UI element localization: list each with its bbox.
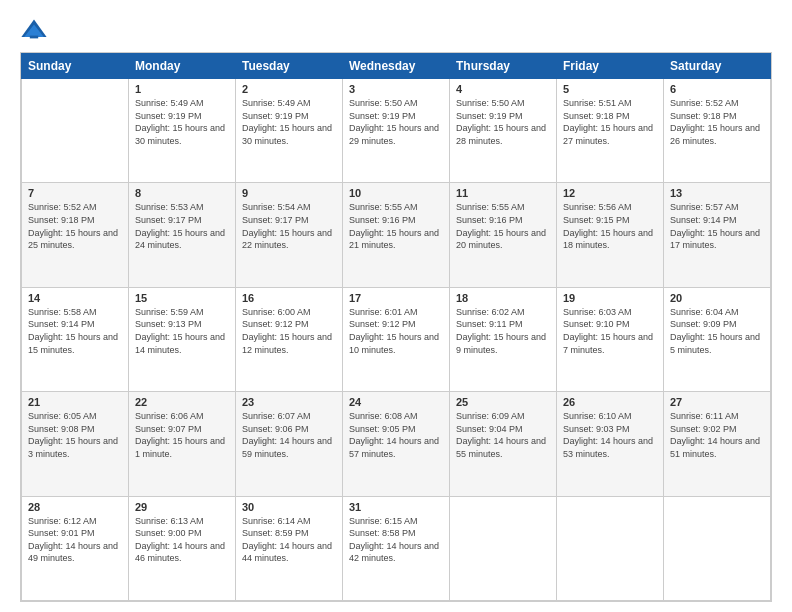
table-cell: 14Sunrise: 5:58 AMSunset: 9:14 PMDayligh… [22, 287, 129, 391]
table-cell: 23Sunrise: 6:07 AMSunset: 9:06 PMDayligh… [236, 392, 343, 496]
day-number: 12 [563, 187, 657, 199]
table-cell: 24Sunrise: 6:08 AMSunset: 9:05 PMDayligh… [343, 392, 450, 496]
cell-info: Sunrise: 5:52 AMSunset: 9:18 PMDaylight:… [28, 201, 122, 251]
table-cell: 9Sunrise: 5:54 AMSunset: 9:17 PMDaylight… [236, 183, 343, 287]
logo-icon [20, 16, 48, 44]
day-number: 13 [670, 187, 764, 199]
table-cell: 5Sunrise: 5:51 AMSunset: 9:18 PMDaylight… [557, 79, 664, 183]
cell-info: Sunrise: 6:01 AMSunset: 9:12 PMDaylight:… [349, 306, 443, 356]
cell-info: Sunrise: 5:55 AMSunset: 9:16 PMDaylight:… [456, 201, 550, 251]
day-number: 8 [135, 187, 229, 199]
cell-info: Sunrise: 6:06 AMSunset: 9:07 PMDaylight:… [135, 410, 229, 460]
svg-rect-2 [30, 36, 38, 39]
day-number: 31 [349, 501, 443, 513]
cell-info: Sunrise: 5:59 AMSunset: 9:13 PMDaylight:… [135, 306, 229, 356]
table-cell [22, 79, 129, 183]
table-cell [664, 496, 771, 600]
cell-info: Sunrise: 6:05 AMSunset: 9:08 PMDaylight:… [28, 410, 122, 460]
table-cell: 15Sunrise: 5:59 AMSunset: 9:13 PMDayligh… [129, 287, 236, 391]
calendar-table: SundayMondayTuesdayWednesdayThursdayFrid… [21, 53, 771, 601]
day-number: 16 [242, 292, 336, 304]
day-number: 3 [349, 83, 443, 95]
table-cell: 2Sunrise: 5:49 AMSunset: 9:19 PMDaylight… [236, 79, 343, 183]
day-number: 25 [456, 396, 550, 408]
cell-info: Sunrise: 6:15 AMSunset: 8:58 PMDaylight:… [349, 515, 443, 565]
day-number: 9 [242, 187, 336, 199]
calendar-body: 1Sunrise: 5:49 AMSunset: 9:19 PMDaylight… [22, 79, 771, 601]
day-number: 15 [135, 292, 229, 304]
header-monday: Monday [129, 54, 236, 79]
table-cell: 4Sunrise: 5:50 AMSunset: 9:19 PMDaylight… [450, 79, 557, 183]
table-cell: 28Sunrise: 6:12 AMSunset: 9:01 PMDayligh… [22, 496, 129, 600]
header-sunday: Sunday [22, 54, 129, 79]
cell-info: Sunrise: 6:00 AMSunset: 9:12 PMDaylight:… [242, 306, 336, 356]
day-number: 24 [349, 396, 443, 408]
day-number: 30 [242, 501, 336, 513]
cell-info: Sunrise: 5:50 AMSunset: 9:19 PMDaylight:… [456, 97, 550, 147]
cell-info: Sunrise: 6:12 AMSunset: 9:01 PMDaylight:… [28, 515, 122, 565]
day-number: 18 [456, 292, 550, 304]
cell-info: Sunrise: 6:10 AMSunset: 9:03 PMDaylight:… [563, 410, 657, 460]
header-saturday: Saturday [664, 54, 771, 79]
cell-info: Sunrise: 6:04 AMSunset: 9:09 PMDaylight:… [670, 306, 764, 356]
calendar: SundayMondayTuesdayWednesdayThursdayFrid… [20, 52, 772, 602]
cell-info: Sunrise: 6:08 AMSunset: 9:05 PMDaylight:… [349, 410, 443, 460]
week-row-1: 1Sunrise: 5:49 AMSunset: 9:19 PMDaylight… [22, 79, 771, 183]
cell-info: Sunrise: 5:55 AMSunset: 9:16 PMDaylight:… [349, 201, 443, 251]
cell-info: Sunrise: 5:52 AMSunset: 9:18 PMDaylight:… [670, 97, 764, 147]
table-cell: 22Sunrise: 6:06 AMSunset: 9:07 PMDayligh… [129, 392, 236, 496]
day-number: 26 [563, 396, 657, 408]
cell-info: Sunrise: 5:51 AMSunset: 9:18 PMDaylight:… [563, 97, 657, 147]
header [20, 16, 772, 44]
day-number: 22 [135, 396, 229, 408]
cell-info: Sunrise: 6:13 AMSunset: 9:00 PMDaylight:… [135, 515, 229, 565]
table-cell: 19Sunrise: 6:03 AMSunset: 9:10 PMDayligh… [557, 287, 664, 391]
week-row-3: 14Sunrise: 5:58 AMSunset: 9:14 PMDayligh… [22, 287, 771, 391]
header-row: SundayMondayTuesdayWednesdayThursdayFrid… [22, 54, 771, 79]
logo [20, 16, 52, 44]
cell-info: Sunrise: 5:49 AMSunset: 9:19 PMDaylight:… [242, 97, 336, 147]
table-cell: 31Sunrise: 6:15 AMSunset: 8:58 PMDayligh… [343, 496, 450, 600]
table-cell: 20Sunrise: 6:04 AMSunset: 9:09 PMDayligh… [664, 287, 771, 391]
cell-info: Sunrise: 6:11 AMSunset: 9:02 PMDaylight:… [670, 410, 764, 460]
day-number: 20 [670, 292, 764, 304]
day-number: 23 [242, 396, 336, 408]
table-cell: 7Sunrise: 5:52 AMSunset: 9:18 PMDaylight… [22, 183, 129, 287]
cell-info: Sunrise: 6:07 AMSunset: 9:06 PMDaylight:… [242, 410, 336, 460]
cell-info: Sunrise: 5:50 AMSunset: 9:19 PMDaylight:… [349, 97, 443, 147]
table-cell: 29Sunrise: 6:13 AMSunset: 9:00 PMDayligh… [129, 496, 236, 600]
table-cell: 26Sunrise: 6:10 AMSunset: 9:03 PMDayligh… [557, 392, 664, 496]
table-cell: 13Sunrise: 5:57 AMSunset: 9:14 PMDayligh… [664, 183, 771, 287]
week-row-2: 7Sunrise: 5:52 AMSunset: 9:18 PMDaylight… [22, 183, 771, 287]
day-number: 19 [563, 292, 657, 304]
header-thursday: Thursday [450, 54, 557, 79]
table-cell: 11Sunrise: 5:55 AMSunset: 9:16 PMDayligh… [450, 183, 557, 287]
day-number: 4 [456, 83, 550, 95]
cell-info: Sunrise: 6:09 AMSunset: 9:04 PMDaylight:… [456, 410, 550, 460]
table-cell: 16Sunrise: 6:00 AMSunset: 9:12 PMDayligh… [236, 287, 343, 391]
table-cell: 6Sunrise: 5:52 AMSunset: 9:18 PMDaylight… [664, 79, 771, 183]
table-cell: 8Sunrise: 5:53 AMSunset: 9:17 PMDaylight… [129, 183, 236, 287]
table-cell: 18Sunrise: 6:02 AMSunset: 9:11 PMDayligh… [450, 287, 557, 391]
day-number: 27 [670, 396, 764, 408]
calendar-header: SundayMondayTuesdayWednesdayThursdayFrid… [22, 54, 771, 79]
week-row-4: 21Sunrise: 6:05 AMSunset: 9:08 PMDayligh… [22, 392, 771, 496]
day-number: 1 [135, 83, 229, 95]
cell-info: Sunrise: 5:49 AMSunset: 9:19 PMDaylight:… [135, 97, 229, 147]
cell-info: Sunrise: 5:54 AMSunset: 9:17 PMDaylight:… [242, 201, 336, 251]
day-number: 11 [456, 187, 550, 199]
table-cell: 1Sunrise: 5:49 AMSunset: 9:19 PMDaylight… [129, 79, 236, 183]
day-number: 6 [670, 83, 764, 95]
day-number: 28 [28, 501, 122, 513]
header-wednesday: Wednesday [343, 54, 450, 79]
table-cell [450, 496, 557, 600]
cell-info: Sunrise: 6:14 AMSunset: 8:59 PMDaylight:… [242, 515, 336, 565]
header-friday: Friday [557, 54, 664, 79]
header-tuesday: Tuesday [236, 54, 343, 79]
table-cell [557, 496, 664, 600]
cell-info: Sunrise: 6:03 AMSunset: 9:10 PMDaylight:… [563, 306, 657, 356]
table-cell: 10Sunrise: 5:55 AMSunset: 9:16 PMDayligh… [343, 183, 450, 287]
table-cell: 21Sunrise: 6:05 AMSunset: 9:08 PMDayligh… [22, 392, 129, 496]
cell-info: Sunrise: 6:02 AMSunset: 9:11 PMDaylight:… [456, 306, 550, 356]
week-row-5: 28Sunrise: 6:12 AMSunset: 9:01 PMDayligh… [22, 496, 771, 600]
